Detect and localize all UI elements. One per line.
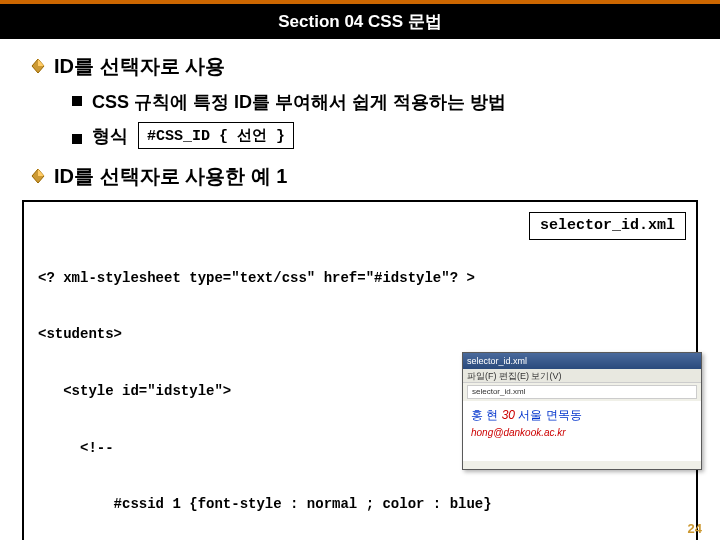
browser-menubar: 파일(F) 편집(E) 보기(V) [463, 369, 701, 383]
browser-content-area: 홍 현 30 서울 면목동 hong@dankook.ac.kr [463, 401, 701, 461]
bullet-1-text: ID를 선택자로 사용 [54, 53, 225, 80]
browser-preview-window: selector_id.xml 파일(F) 편집(E) 보기(V) select… [462, 352, 702, 470]
format-box: #CSS_ID { 선언 } [138, 122, 294, 149]
sub-2-text: 형식 [92, 124, 128, 148]
rendered-name: 홍 현 [471, 408, 498, 422]
browser-addressbar: selector_id.xml [467, 385, 697, 399]
code-line: <students> [38, 325, 686, 344]
section-header: Section 04 CSS 문법 [0, 0, 720, 39]
square-icon [72, 96, 82, 106]
square-icon [72, 134, 82, 144]
diamond-icon [28, 57, 48, 75]
browser-title-text: selector_id.xml [467, 356, 527, 366]
code-line: #cssid 1 {font-style : normal ; color : … [38, 495, 686, 514]
rendered-email: hong@dankook.ac.kr [471, 427, 566, 438]
browser-titlebar: selector_id.xml [463, 353, 701, 369]
rendered-address: 서울 면목동 [518, 408, 581, 422]
section-title: Section 04 CSS 문법 [278, 12, 441, 31]
page-number: 24 [688, 521, 702, 536]
bullet-item-1: ID를 선택자로 사용 [0, 53, 720, 80]
sub-bullet-1: CSS 규칙에 특정 ID를 부여해서 쉽게 적용하는 방법 [0, 90, 720, 114]
bullet-2-text: ID를 선택자로 사용한 예 1 [54, 163, 287, 190]
code-line: <? xml-stylesheet type="text/css" href="… [38, 269, 686, 288]
diamond-icon [28, 167, 48, 185]
rendered-age: 30 [502, 408, 515, 422]
sub-bullet-2: 형식 #CSS_ID { 선언 } [0, 122, 720, 149]
sub-1-text: CSS 규칙에 특정 ID를 부여해서 쉽게 적용하는 방법 [92, 90, 506, 114]
bullet-item-2: ID를 선택자로 사용한 예 1 [0, 163, 720, 190]
filename-label: selector_id.xml [529, 212, 686, 240]
